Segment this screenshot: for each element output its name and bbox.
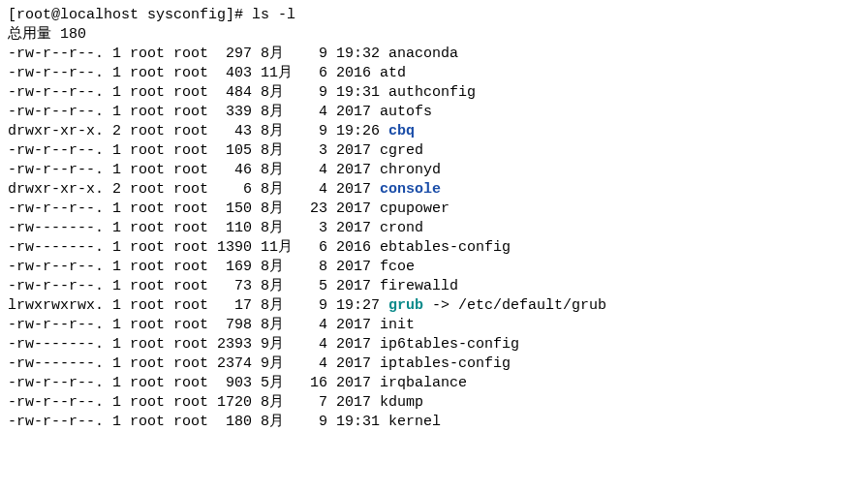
- file-entry: -rw-r--r--. 1 root root 403 11月 6 2016 a…: [8, 64, 860, 83]
- file-entry: -rw-r--r--. 1 root root 903 5月 16 2017 i…: [8, 374, 860, 393]
- shell-prompt-line: [root@localhost sysconfig]# ls -l: [8, 6, 860, 25]
- file-entry: -rw-r--r--. 1 root root 1720 8月 7 2017 k…: [8, 393, 860, 413]
- file-name: kernel: [388, 414, 441, 430]
- file-entry: -rw-r--r--. 1 root root 297 8月 9 19:32 a…: [8, 45, 860, 64]
- file-name: init: [380, 317, 415, 333]
- file-entry: drwxr-xr-x. 2 root root 6 8月 4 2017 cons…: [8, 180, 860, 200]
- file-entry: -rw-r--r--. 1 root root 798 8月 4 2017 in…: [8, 316, 860, 335]
- file-entry: -rw-r--r--. 1 root root 484 8月 9 19:31 a…: [8, 83, 860, 103]
- file-name: grub: [388, 297, 423, 314]
- total-line: 总用量 180: [8, 25, 860, 45]
- file-entry: -rw-r--r--. 1 root root 73 8月 5 2017 fir…: [8, 277, 860, 296]
- file-name: anaconda: [388, 46, 458, 62]
- file-entry: -rw-r--r--. 1 root root 169 8月 8 2017 fc…: [8, 258, 860, 277]
- file-entry: -rw-------. 1 root root 1390 11月 6 2016 …: [8, 238, 860, 258]
- file-name: crond: [380, 220, 423, 236]
- file-entry: -rw-r--r--. 1 root root 339 8月 4 2017 au…: [8, 103, 860, 122]
- file-listing: -rw-r--r--. 1 root root 297 8月 9 19:32 a…: [8, 45, 860, 432]
- file-name: fcoe: [380, 259, 415, 275]
- file-entry: -rw-------. 1 root root 2374 9月 4 2017 i…: [8, 354, 860, 374]
- symlink-target: -> /etc/default/grub: [423, 297, 606, 314]
- file-name: cgred: [380, 142, 423, 159]
- file-name: cpupower: [380, 200, 450, 217]
- file-name: kdump: [380, 394, 423, 411]
- file-name: ip6tables-config: [380, 336, 519, 353]
- file-name: atd: [380, 65, 406, 81]
- file-name: irqbalance: [380, 375, 467, 391]
- file-name: cbq: [388, 123, 415, 139]
- file-entry: -rw-r--r--. 1 root root 46 8月 4 2017 chr…: [8, 161, 860, 180]
- file-entry: drwxr-xr-x. 2 root root 43 8月 9 19:26 cb…: [8, 122, 860, 141]
- file-entry: -rw-------. 1 root root 110 8月 3 2017 cr…: [8, 219, 860, 238]
- file-entry: -rw-r--r--. 1 root root 105 8月 3 2017 cg…: [8, 141, 860, 161]
- file-name: console: [380, 181, 441, 198]
- file-name: authconfig: [388, 84, 476, 101]
- file-name: iptables-config: [380, 355, 511, 372]
- file-name: ebtables-config: [380, 239, 511, 256]
- file-name: autofs: [380, 104, 432, 120]
- file-entry: -rw-r--r--. 1 root root 150 8月 23 2017 c…: [8, 200, 860, 219]
- file-name: chronyd: [380, 162, 441, 178]
- file-entry: -rw-r--r--. 1 root root 180 8月 9 19:31 k…: [8, 413, 860, 432]
- file-entry: lrwxrwxrwx. 1 root root 17 8月 9 19:27 gr…: [8, 296, 860, 316]
- file-entry: -rw-------. 1 root root 2393 9月 4 2017 i…: [8, 335, 860, 354]
- file-name: firewalld: [380, 278, 458, 294]
